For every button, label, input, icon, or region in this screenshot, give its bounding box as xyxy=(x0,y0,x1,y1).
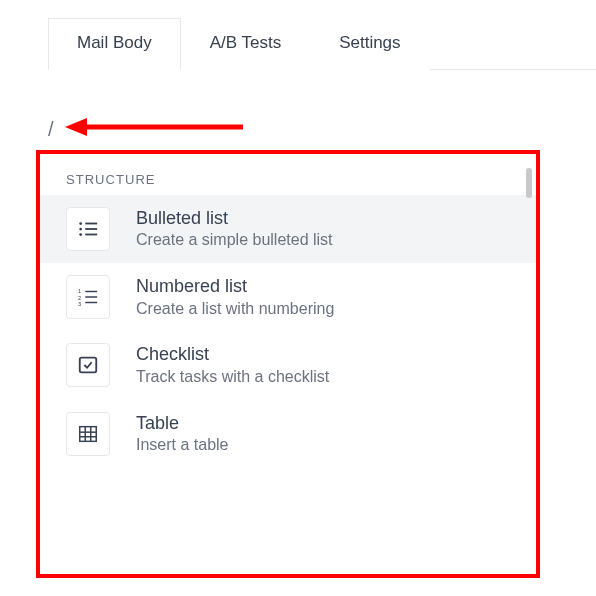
slash-command-menu: STRUCTURE Bulleted list Create a simple … xyxy=(40,154,536,574)
menu-item-title: Numbered list xyxy=(136,275,334,298)
menu-item-desc: Insert a table xyxy=(136,435,229,456)
svg-point-2 xyxy=(79,222,82,225)
svg-rect-15 xyxy=(80,426,97,441)
slash-command-trigger[interactable]: / xyxy=(48,118,54,141)
menu-item-checklist[interactable]: Checklist Track tasks with a checklist xyxy=(40,331,536,399)
svg-marker-1 xyxy=(65,118,87,136)
svg-text:2: 2 xyxy=(78,295,81,301)
svg-point-3 xyxy=(79,228,82,231)
menu-item-desc: Create a simple bulleted list xyxy=(136,230,333,251)
checklist-icon xyxy=(66,343,110,387)
numbered-list-icon: 1 2 3 xyxy=(66,275,110,319)
menu-item-title: Table xyxy=(136,412,229,435)
svg-text:3: 3 xyxy=(78,301,81,307)
tab-settings[interactable]: Settings xyxy=(310,18,429,70)
menu-item-desc: Track tasks with a checklist xyxy=(136,367,329,388)
tab-ab-tests[interactable]: A/B Tests xyxy=(181,18,311,70)
svg-text:1: 1 xyxy=(78,289,81,295)
menu-item-desc: Create a list with numbering xyxy=(136,299,334,320)
table-icon xyxy=(66,412,110,456)
scrollbar-thumb[interactable] xyxy=(526,168,532,198)
menu-item-bulleted-list[interactable]: Bulleted list Create a simple bulleted l… xyxy=(40,195,536,263)
tab-mail-body[interactable]: Mail Body xyxy=(48,18,181,70)
bulleted-list-icon xyxy=(66,207,110,251)
menu-item-title: Checklist xyxy=(136,343,329,366)
menu-section-label: STRUCTURE xyxy=(40,154,536,195)
menu-item-table[interactable]: Table Insert a table xyxy=(40,400,536,468)
menu-item-title: Bulleted list xyxy=(136,207,333,230)
tab-bar: Mail Body A/B Tests Settings xyxy=(48,18,596,70)
svg-rect-14 xyxy=(80,358,97,373)
svg-point-4 xyxy=(79,233,82,236)
menu-item-numbered-list[interactable]: 1 2 3 Numbered list Create a list with n… xyxy=(40,263,536,331)
annotation-arrow xyxy=(65,115,245,139)
